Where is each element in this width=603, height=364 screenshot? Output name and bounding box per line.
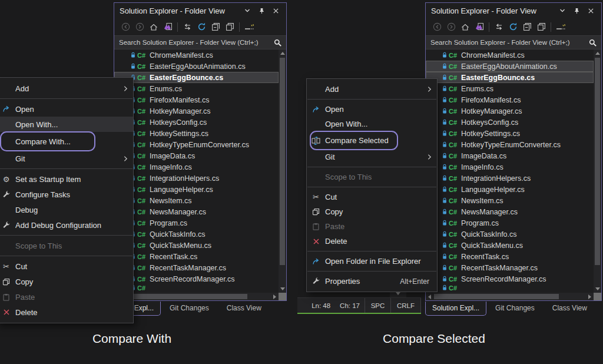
collapse-all-button[interactable] (520, 21, 534, 34)
file-row[interactable]: C#EasterEggBounce.cs (114, 72, 279, 83)
tab-git-changes[interactable]: Git Changes (161, 302, 218, 316)
file-row[interactable]: C#NewsItem.cs (426, 195, 594, 206)
file-row[interactable]: C#FirefoxManifest.cs (426, 94, 594, 105)
file-row[interactable]: C#NewsManager.cs (114, 206, 279, 217)
home-button[interactable] (147, 21, 161, 34)
vertical-scroll-thumb[interactable] (595, 58, 600, 265)
file-row[interactable]: C#ScreenRecordManager.cs (426, 273, 594, 284)
file-row[interactable]: C#FirefoxManifest.cs (114, 94, 279, 105)
vertical-scroll-thumb[interactable] (280, 58, 285, 265)
file-row[interactable]: C#ImageData.cs (426, 150, 594, 161)
file-row-partial[interactable]: C# (426, 284, 594, 291)
horizontal-scrollbar[interactable] (426, 293, 594, 300)
new-view-options-button[interactable] (554, 21, 568, 34)
menu-item-compare-with[interactable]: Compare With... (0, 134, 133, 149)
menu-item-git[interactable]: Git (307, 150, 437, 164)
file-row[interactable]: C#RecentTask.cs (114, 251, 279, 262)
file-row[interactable]: C#EasterEggAboutAnimation.cs (426, 61, 594, 72)
file-row[interactable]: C#LanguageHelper.cs (114, 184, 279, 195)
window-position-button[interactable] (242, 5, 253, 16)
status-spaces[interactable]: SPC (365, 298, 390, 313)
sync-with-active-document-button[interactable] (161, 21, 175, 34)
file-row[interactable]: C#ScreenRecordManager.cs (114, 273, 279, 284)
search-input[interactable]: Search Solution Explorer - Folder View (… (114, 35, 286, 49)
file-row[interactable]: C#ImageInfo.cs (114, 161, 279, 173)
menu-item-add[interactable]: Add (307, 82, 437, 97)
tab-git-changes[interactable]: Git Changes (486, 302, 544, 316)
vertical-scrollbar[interactable] (594, 49, 601, 293)
file-row[interactable]: C#IntegrationHelpers.cs (426, 173, 594, 184)
file-row[interactable]: C#NewsItem.cs (114, 195, 279, 206)
menu-item-git[interactable]: Git (0, 151, 133, 166)
tab-solution-expl[interactable]: Solution Expl... (425, 302, 486, 316)
file-row[interactable]: C#QuickTaskMenu.cs (114, 240, 279, 251)
file-row[interactable]: C#HotkeySettings.cs (114, 128, 279, 139)
menu-item-open[interactable]: Open (307, 102, 437, 117)
forward-button[interactable] (444, 21, 458, 34)
file-row[interactable]: C#HotkeyManager.cs (426, 105, 594, 117)
menu-item-cut[interactable]: ✂Cut (0, 259, 133, 274)
refresh-button[interactable] (506, 21, 520, 34)
file-row[interactable]: C#LanguageHelper.cs (426, 184, 594, 195)
back-button[interactable] (430, 21, 444, 34)
switch-views-button[interactable] (180, 21, 194, 34)
file-row[interactable]: C#RecentTaskManager.cs (426, 262, 594, 273)
tab-class-view[interactable]: Class View (544, 302, 596, 316)
file-row[interactable]: C#NewsManager.cs (426, 206, 594, 217)
menu-item-cut[interactable]: ✂Cut (307, 190, 437, 204)
refresh-button[interactable] (194, 21, 208, 34)
menu-item-copy[interactable]: Copy (307, 204, 437, 219)
file-row[interactable]: C#Enums.cs (426, 83, 594, 94)
vertical-scrollbar[interactable] (279, 49, 286, 293)
file-row[interactable]: C#ImageInfo.cs (426, 161, 594, 173)
back-button[interactable] (118, 21, 132, 34)
new-view-options-button[interactable] (242, 21, 256, 34)
file-row[interactable]: C#Program.cs (114, 217, 279, 229)
file-row[interactable]: C#HotkeysConfig.cs (426, 117, 594, 128)
search-input[interactable]: Search Solution Explorer - Folder View (… (426, 35, 601, 49)
file-row[interactable]: C#RecentTask.cs (426, 251, 594, 262)
file-row[interactable]: C#Program.cs (426, 217, 594, 229)
menu-item-add[interactable]: Add (0, 81, 133, 96)
menu-item-copy[interactable]: Copy (0, 274, 133, 289)
horizontal-scrollbar[interactable] (114, 293, 279, 300)
file-row[interactable]: C#HotkeySettings.cs (426, 128, 594, 139)
menu-item-open[interactable]: Open (0, 101, 133, 117)
window-position-button[interactable] (557, 5, 568, 16)
menu-item-delete[interactable]: Delete (307, 234, 437, 249)
menu-item-set-as-startup-item[interactable]: ⚙Set as Startup Item (0, 171, 133, 187)
tab-class-view[interactable]: Class View (218, 302, 270, 316)
file-row[interactable]: C#EasterEggAboutAnimation.cs (114, 61, 279, 72)
menu-item-properties[interactable]: PropertiesAlt+Enter (307, 274, 437, 289)
switch-views-button[interactable] (492, 21, 506, 34)
sync-with-active-document-button[interactable] (472, 21, 486, 34)
file-row[interactable]: C#Enums.cs (114, 83, 279, 94)
menu-item-open-with[interactable]: Open With... (307, 117, 437, 131)
file-row[interactable]: C#HotkeyManager.cs (114, 105, 279, 117)
status-line-ending[interactable]: CRLF (390, 298, 421, 313)
file-row[interactable]: C#QuickTaskMenu.cs (426, 240, 594, 251)
file-row[interactable]: C#HotkeysConfig.cs (114, 117, 279, 128)
file-row[interactable]: C#HotkeyTypeEnumConverter.cs (426, 139, 594, 150)
show-all-files-button[interactable] (534, 21, 548, 34)
show-all-files-button[interactable] (223, 21, 237, 34)
menu-item-open-folder-in-file-explorer[interactable]: Open Folder in File Explorer (307, 254, 437, 269)
file-row[interactable]: C#RecentTaskManager.cs (114, 262, 279, 273)
menu-item-delete[interactable]: Delete (0, 305, 133, 320)
file-row[interactable]: C#IntegrationHelpers.cs (114, 173, 279, 184)
file-row[interactable]: C#ImageData.cs (114, 150, 279, 161)
home-button[interactable] (458, 21, 472, 34)
collapse-all-button[interactable] (208, 21, 223, 34)
menu-item-debug[interactable]: Debug (0, 202, 133, 217)
file-row[interactable]: C#EasterEggBounce.cs (426, 72, 594, 83)
file-row[interactable]: C#HotkeyTypeEnumConverter.cs (114, 139, 279, 150)
file-row[interactable]: C#ChromeManifest.cs (114, 49, 279, 61)
menu-item-open-with[interactable]: Open With... (0, 117, 133, 132)
horizontal-scroll-thumb[interactable] (434, 294, 559, 299)
close-button[interactable] (585, 5, 596, 16)
file-row[interactable]: C#ChromeManifest.cs (426, 49, 594, 61)
file-row[interactable]: C#QuickTaskInfo.cs (426, 229, 594, 240)
pin-button[interactable] (571, 5, 582, 16)
close-button[interactable] (270, 5, 281, 16)
menu-item-add-debug-configuration[interactable]: Add Debug Configuration (0, 217, 133, 233)
